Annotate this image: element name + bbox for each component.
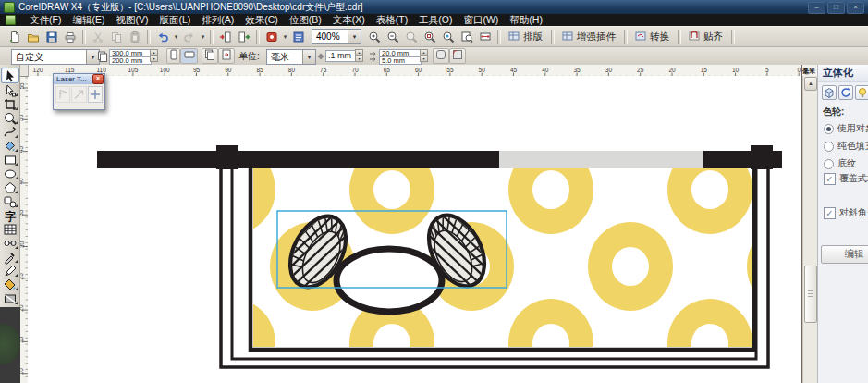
zoom-to-page-width[interactable]	[476, 28, 495, 45]
menu-item-3[interactable]: 视图(V)	[110, 14, 153, 27]
blend-tool[interactable]	[2, 236, 18, 250]
extrude-camera-button[interactable]	[822, 85, 837, 100]
table-tool[interactable]	[2, 222, 18, 236]
convert-button[interactable]: 转换	[630, 28, 675, 45]
print[interactable]	[61, 28, 79, 45]
minimize-button[interactable]: –	[808, 2, 825, 14]
close-icon[interactable]: ×	[92, 74, 104, 84]
chevron-down-icon[interactable]: ▾	[281, 28, 289, 45]
checkbox-icon[interactable]: ✓	[824, 173, 836, 185]
donut-pattern	[190, 145, 801, 383]
radio-option-2[interactable]: 纯色填充	[818, 137, 868, 154]
snap-to-button[interactable]: 贴齐	[684, 28, 728, 45]
vertical-scrollbar[interactable]: ▲	[802, 76, 817, 383]
interactive-fill-tool[interactable]	[2, 291, 18, 305]
rectangle-tool[interactable]	[2, 153, 18, 167]
export[interactable]	[235, 28, 253, 45]
laser-toolbar-titlebar[interactable]: Laser T... ×	[54, 74, 104, 84]
ruler-origin[interactable]	[20, 65, 29, 77]
mouth-ellipse[interactable]	[336, 249, 442, 312]
menu-item-7[interactable]: 位图(B)	[284, 14, 327, 27]
text-tool[interactable]: 字	[2, 208, 18, 222]
nudge-spinner[interactable]: ▴▾	[355, 49, 363, 61]
polygon-tool[interactable]	[2, 180, 18, 194]
duplicate-spinner[interactable]: ▴▾	[420, 49, 428, 61]
treat-as-filled-button[interactable]	[433, 48, 449, 64]
menu-item-11[interactable]: 窗口(W)	[458, 14, 504, 27]
radio-option-1[interactable]: 使用对象填充	[818, 119, 868, 137]
zoom-to-page[interactable]	[458, 28, 476, 45]
close-button[interactable]: ×	[847, 2, 864, 14]
import[interactable]	[216, 28, 235, 45]
open-document[interactable]	[24, 28, 43, 45]
chevron-down-icon[interactable]: ▾	[302, 50, 315, 64]
zoom-to-all-objects[interactable]	[439, 28, 458, 45]
menu-item-2[interactable]: 编辑(E)	[67, 14, 110, 27]
menu-item-8[interactable]: 文本(X)	[327, 14, 371, 27]
nudge-field[interactable]: .1 mm	[325, 50, 359, 62]
laser-cross-tool[interactable]	[88, 86, 103, 103]
laser-line-tool[interactable]	[71, 86, 86, 103]
chevron-down-icon[interactable]: ▾	[199, 28, 207, 45]
shape-tool[interactable]	[2, 83, 18, 97]
application-launcher[interactable]	[263, 28, 281, 45]
current-page-button[interactable]	[218, 48, 235, 64]
preset-combo[interactable]: 自定义 ▾	[11, 49, 100, 65]
new-document[interactable]	[6, 28, 24, 45]
portrait-button[interactable]	[166, 48, 180, 64]
menu-item-4[interactable]: 版面(L)	[153, 14, 196, 27]
duplicate-y-field[interactable]: 5.0 mm	[379, 56, 422, 65]
zoom-level-combo[interactable]: 400%▾	[312, 29, 361, 44]
extrude-lighting-button[interactable]	[855, 85, 868, 100]
edit-button[interactable]: 编辑	[821, 245, 868, 264]
zoom-tool[interactable]	[2, 111, 18, 125]
radio-icon[interactable]	[824, 124, 834, 134]
ellipse-tool[interactable]	[2, 167, 18, 180]
page-size-spinner[interactable]: ▴▾	[150, 49, 158, 61]
freehand-tool[interactable]	[2, 125, 18, 139]
zoom-to-selection[interactable]	[421, 28, 439, 45]
typeset-button[interactable]: 排版	[504, 28, 548, 45]
radio-icon[interactable]	[824, 142, 834, 152]
save-document[interactable]	[43, 28, 61, 45]
laser-pointer-tool[interactable]	[55, 86, 70, 103]
scroll-up-arrow-icon[interactable]: ▲	[804, 77, 817, 91]
options-button[interactable]	[449, 48, 466, 64]
svg-text:80: 80	[288, 67, 296, 73]
drawing-canvas[interactable]	[28, 76, 801, 383]
menu-item-1[interactable]: 文件(F)	[24, 14, 67, 27]
zoom-out[interactable]	[384, 28, 402, 45]
units-combo[interactable]: 毫米 ▾	[266, 49, 316, 65]
page-height-field[interactable]: 200.0 mm	[109, 56, 152, 65]
menu-item-12[interactable]: 帮助(H)	[504, 14, 548, 27]
basic-shapes-tool[interactable]	[2, 194, 18, 208]
fill-tool[interactable]	[2, 278, 18, 291]
chevron-down-icon[interactable]: ▾	[172, 28, 180, 45]
radio-icon[interactable]	[824, 159, 834, 169]
menu-item-9[interactable]: 表格(T)	[371, 14, 413, 27]
landscape-icon	[183, 48, 196, 65]
undo[interactable]	[153, 28, 172, 45]
pick-tool[interactable]	[1, 68, 19, 83]
menu-item-10[interactable]: 工具(O)	[413, 14, 458, 27]
menu-item-6[interactable]: 效果(C)	[239, 14, 284, 27]
checkbox-option-2[interactable]: ✓对斜角边缘	[824, 206, 868, 219]
radio-option-3[interactable]: 底纹	[818, 154, 868, 172]
all-pages-button[interactable]	[202, 48, 218, 64]
smart-fill-tool[interactable]	[2, 139, 18, 153]
outline-pen-tool[interactable]	[2, 264, 18, 278]
zoom-in[interactable]	[365, 28, 384, 45]
enhanced-plugins-button[interactable]: 增强插件	[557, 28, 621, 45]
scrollbar-thumb[interactable]	[804, 266, 817, 323]
maximize-button[interactable]: □	[827, 2, 845, 14]
eyedropper-tool[interactable]	[2, 250, 18, 264]
chevron-down-icon[interactable]: ▾	[348, 30, 361, 43]
menu-item-5[interactable]: 排列(A)	[196, 14, 239, 27]
checkbox-option-1[interactable]: ✓覆盖式填充	[824, 172, 868, 185]
welcome-screen[interactable]	[289, 28, 308, 45]
extrude-rotation-button[interactable]	[838, 85, 853, 100]
crop-tool[interactable]	[2, 97, 18, 111]
checkbox-icon[interactable]: ✓	[824, 207, 836, 219]
laser-toolbar[interactable]: Laser T... ×	[53, 73, 105, 110]
landscape-button[interactable]	[180, 48, 198, 64]
